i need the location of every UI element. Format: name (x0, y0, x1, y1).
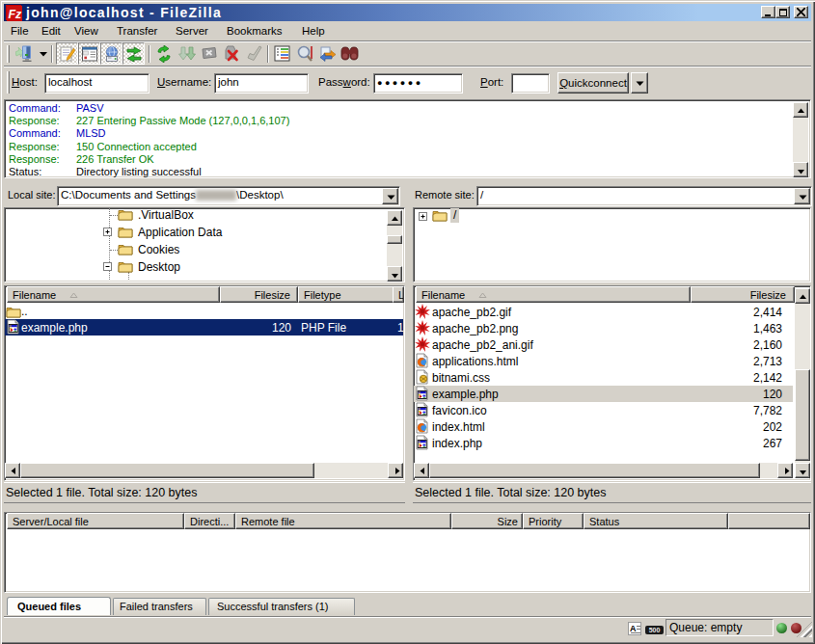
svg-text:Fz: Fz (8, 8, 22, 21)
